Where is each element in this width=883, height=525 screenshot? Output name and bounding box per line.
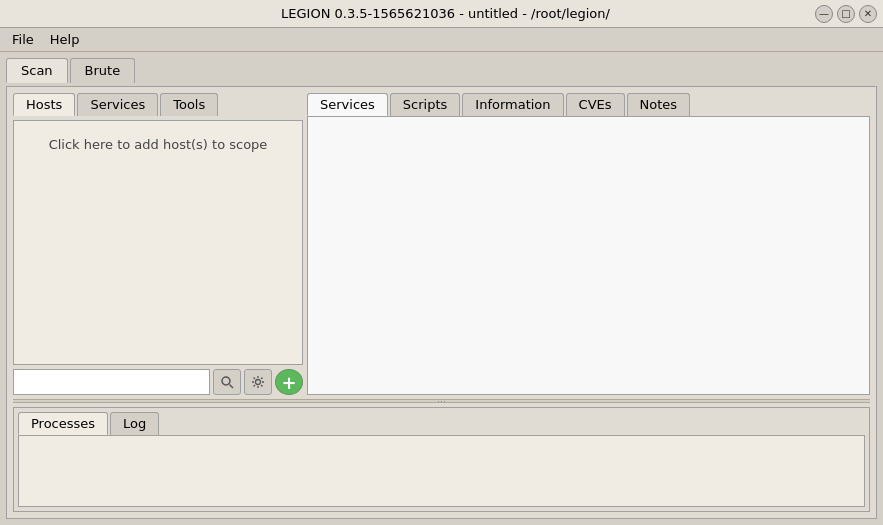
left-inner-tabs: Hosts Services Tools: [13, 93, 303, 116]
hosts-content[interactable]: Click here to add host(s) to scope: [13, 120, 303, 365]
menu-file[interactable]: File: [4, 30, 42, 49]
svg-line-8: [261, 385, 263, 387]
search-bar: +: [13, 369, 303, 395]
tab-scripts[interactable]: Scripts: [390, 93, 460, 116]
svg-line-7: [254, 378, 256, 380]
tab-notes[interactable]: Notes: [627, 93, 691, 116]
tab-cves[interactable]: CVEs: [566, 93, 625, 116]
right-content-area: [307, 116, 870, 395]
tab-hosts[interactable]: Hosts: [13, 93, 75, 116]
svg-line-10: [254, 385, 256, 387]
tab-scan[interactable]: Scan: [6, 58, 68, 83]
bottom-content-area: [18, 435, 865, 507]
close-button[interactable]: ✕: [859, 5, 877, 23]
add-host-button[interactable]: +: [275, 369, 303, 395]
title-bar: LEGION 0.3.5-1565621036 - untitled - /ro…: [0, 0, 883, 28]
top-tabs: Scan Brute: [6, 58, 877, 83]
search-input[interactable]: [13, 369, 210, 395]
settings-button[interactable]: [244, 369, 272, 395]
tab-brute[interactable]: Brute: [70, 58, 136, 83]
divider[interactable]: ···: [13, 399, 870, 403]
menu-help[interactable]: Help: [42, 30, 88, 49]
gear-icon: [251, 375, 265, 389]
right-panel: Services Scripts Information CVEs Notes: [307, 93, 870, 395]
tab-processes[interactable]: Processes: [18, 412, 108, 435]
scan-tab-panel: Hosts Services Tools Click here to add h…: [6, 86, 877, 519]
svg-point-2: [256, 380, 261, 385]
svg-point-0: [222, 377, 230, 385]
main-content: Scan Brute Hosts Services Tools Click he…: [0, 52, 883, 525]
menu-bar: File Help: [0, 28, 883, 52]
bottom-tabs: Processes Log: [14, 408, 869, 435]
search-button[interactable]: [213, 369, 241, 395]
minimize-button[interactable]: —: [815, 5, 833, 23]
bottom-panel: Processes Log: [13, 407, 870, 512]
tab-services-left[interactable]: Services: [77, 93, 158, 116]
search-icon: [220, 375, 234, 389]
left-panel: Hosts Services Tools Click here to add h…: [13, 93, 303, 395]
tab-services-right[interactable]: Services: [307, 93, 388, 116]
hosts-placeholder-text: Click here to add host(s) to scope: [49, 137, 268, 152]
tab-log[interactable]: Log: [110, 412, 159, 435]
tab-information[interactable]: Information: [462, 93, 563, 116]
svg-line-1: [230, 385, 234, 389]
svg-line-9: [261, 378, 263, 380]
maximize-button[interactable]: □: [837, 5, 855, 23]
window-title: LEGION 0.3.5-1565621036 - untitled - /ro…: [76, 6, 815, 21]
window-controls: — □ ✕: [815, 5, 877, 23]
right-inner-tabs: Services Scripts Information CVEs Notes: [307, 93, 870, 116]
split-container: Hosts Services Tools Click here to add h…: [13, 93, 870, 395]
tab-tools[interactable]: Tools: [160, 93, 218, 116]
